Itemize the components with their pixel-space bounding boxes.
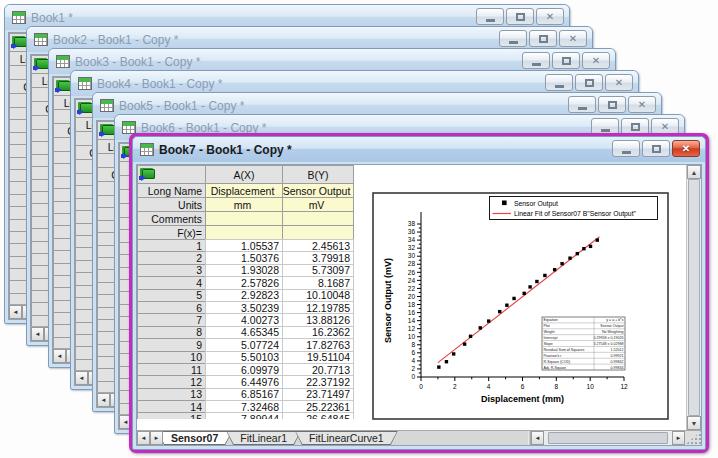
row-number-cell[interactable]: 7 bbox=[137, 313, 206, 326]
maximize-button[interactable] bbox=[552, 52, 580, 69]
row-number-cell[interactable]: 1 bbox=[137, 239, 206, 252]
label-data-cell[interactable] bbox=[282, 225, 354, 240]
row-number-cell[interactable]: 3 bbox=[137, 264, 206, 277]
row-number-cell[interactable]: 2 bbox=[137, 251, 206, 264]
data-cell[interactable]: 3.79918 bbox=[282, 251, 354, 264]
row-label-cell[interactable]: Units bbox=[137, 197, 206, 212]
data-cell[interactable]: 2.45613 bbox=[282, 239, 354, 252]
vertical-scrollbar[interactable]: ▲ ▼ bbox=[686, 165, 701, 430]
data-cell[interactable]: 12.19785 bbox=[282, 301, 354, 314]
data-cell[interactable]: 25.22361 bbox=[282, 400, 354, 413]
data-cell[interactable]: 19.51104 bbox=[282, 351, 354, 364]
horizontal-scroll-thumb[interactable] bbox=[548, 432, 668, 444]
data-cell[interactable]: 2.92823 bbox=[205, 289, 283, 302]
scroll-up-icon[interactable]: ▲ bbox=[687, 165, 701, 179]
data-cell[interactable]: 6.85167 bbox=[205, 388, 283, 401]
row-number-cell[interactable]: 5 bbox=[137, 289, 206, 302]
close-button[interactable]: ✕ bbox=[605, 74, 633, 91]
data-cell[interactable]: 4.00273 bbox=[205, 313, 283, 326]
maximize-button[interactable] bbox=[506, 8, 534, 25]
corner-cell[interactable] bbox=[137, 165, 206, 184]
minimize-button[interactable] bbox=[612, 140, 640, 157]
minimize-button[interactable] bbox=[476, 8, 504, 25]
label-data-cell[interactable] bbox=[282, 211, 354, 226]
minimize-button[interactable] bbox=[499, 30, 527, 47]
label-data-cell[interactable] bbox=[205, 211, 283, 226]
row-number-cell[interactable]: 15 bbox=[137, 412, 206, 419]
close-button[interactable]: ✕ bbox=[559, 30, 587, 47]
maximize-button[interactable] bbox=[642, 140, 670, 157]
data-cell[interactable]: 2.57826 bbox=[205, 276, 283, 289]
data-cell[interactable]: 1.93028 bbox=[205, 264, 283, 277]
data-cell[interactable]: 16.2362 bbox=[282, 326, 354, 339]
data-cell[interactable]: 3.50239 bbox=[205, 301, 283, 314]
scroll-right-button[interactable]: ► bbox=[672, 431, 685, 445]
label-data-cell[interactable] bbox=[205, 225, 283, 240]
horizontal-scrollbar[interactable] bbox=[544, 431, 672, 445]
label-data-cell[interactable]: Displacement bbox=[205, 183, 283, 198]
minimize-button[interactable] bbox=[545, 74, 573, 91]
minimize-button[interactable] bbox=[568, 96, 596, 113]
data-cell[interactable]: 1.05537 bbox=[205, 239, 283, 252]
close-button[interactable]: ✕ bbox=[536, 8, 564, 25]
label-data-cell[interactable]: mV bbox=[282, 197, 354, 212]
data-cell[interactable]: 17.82763 bbox=[282, 338, 354, 351]
data-cell[interactable]: 1.50376 bbox=[205, 251, 283, 264]
data-cell[interactable]: 6.09979 bbox=[205, 363, 283, 376]
row-number-cell[interactable]: 8 bbox=[137, 326, 206, 339]
row-number-cell[interactable]: 10 bbox=[137, 351, 206, 364]
data-cell[interactable]: 7.89944 bbox=[205, 412, 283, 419]
label-data-cell[interactable]: mm bbox=[205, 197, 283, 212]
data-cell[interactable]: 22.37192 bbox=[282, 375, 354, 388]
tab-scroll-left-button[interactable]: ◄ bbox=[31, 327, 44, 341]
maximize-button[interactable] bbox=[598, 96, 626, 113]
scroll-left-button[interactable]: ◄ bbox=[531, 431, 544, 445]
tab-scroll-left-button[interactable]: ◄ bbox=[53, 349, 66, 363]
data-cell[interactable]: 5.50103 bbox=[205, 351, 283, 364]
window-titlebar[interactable]: Book7 - Book1 - Copy * ✕ bbox=[133, 137, 705, 162]
tab-scroll-left-button[interactable]: ◄ bbox=[75, 371, 88, 385]
row-number-cell[interactable]: 11 bbox=[137, 363, 206, 376]
row-number-cell[interactable]: 9 bbox=[137, 338, 206, 351]
sheet-tab-FitLinearCurve1[interactable]: FitLinearCurve1 bbox=[295, 431, 398, 445]
data-cell[interactable]: 20.7713 bbox=[282, 363, 354, 376]
row-number-cell[interactable]: 6 bbox=[137, 301, 206, 314]
sheet-tab-FitLinear1[interactable]: FitLinear1 bbox=[226, 431, 301, 445]
sheet-tab-Sensor07[interactable]: Sensor07 bbox=[163, 431, 232, 445]
maximize-button[interactable] bbox=[529, 30, 557, 47]
data-cell[interactable]: 8.1687 bbox=[282, 276, 354, 289]
data-cell[interactable]: 10.10048 bbox=[282, 289, 354, 302]
row-number-cell[interactable]: 4 bbox=[137, 276, 206, 289]
tab-scroll-right-button[interactable]: ► bbox=[150, 431, 163, 445]
tab-scroll-left-button[interactable]: ◄ bbox=[9, 305, 22, 319]
data-cell[interactable]: 26.64845 bbox=[282, 412, 354, 419]
data-cell[interactable]: 4.65345 bbox=[205, 326, 283, 339]
row-label-cell[interactable]: F(x)= bbox=[137, 225, 206, 240]
tab-scroll-left-button[interactable]: ◄ bbox=[97, 393, 110, 407]
data-cell[interactable]: 5.07724 bbox=[205, 338, 283, 351]
embedded-graph[interactable]: 0246810120246810121416182022242628303234… bbox=[372, 192, 669, 420]
data-cell[interactable]: 6.44976 bbox=[205, 375, 283, 388]
row-number-cell[interactable]: 12 bbox=[137, 375, 206, 388]
data-cell[interactable]: 7.32468 bbox=[205, 400, 283, 413]
column-header-cell[interactable]: A(X) bbox=[205, 165, 283, 184]
close-button[interactable]: ✕ bbox=[672, 140, 700, 157]
resize-grip[interactable] bbox=[685, 431, 701, 445]
minimize-button[interactable] bbox=[522, 52, 550, 69]
close-button[interactable]: ✕ bbox=[582, 52, 610, 69]
tab-scroll-left-button[interactable]: ◄ bbox=[137, 431, 150, 445]
row-number-cell[interactable]: 14 bbox=[137, 400, 206, 413]
maximize-button[interactable] bbox=[575, 74, 603, 91]
vertical-scroll-thumb[interactable] bbox=[688, 179, 700, 416]
label-data-cell[interactable]: Sensor Output bbox=[282, 183, 354, 198]
row-label-cell[interactable]: Long Name bbox=[137, 183, 206, 198]
data-cell[interactable]: 5.73097 bbox=[282, 264, 354, 277]
row-number-cell[interactable]: 13 bbox=[137, 388, 206, 401]
data-cell[interactable]: 13.88126 bbox=[282, 313, 354, 326]
column-header-cell[interactable]: B(Y) bbox=[282, 165, 354, 184]
scroll-down-icon[interactable]: ▼ bbox=[687, 416, 701, 430]
data-cell[interactable]: 23.71497 bbox=[282, 388, 354, 401]
row-label-cell[interactable]: Comments bbox=[137, 211, 206, 226]
close-button[interactable]: ✕ bbox=[628, 96, 656, 113]
workbook-window-book7[interactable]: Book7 - Book1 - Copy * ✕ Long NameUnitsC… bbox=[132, 136, 706, 450]
